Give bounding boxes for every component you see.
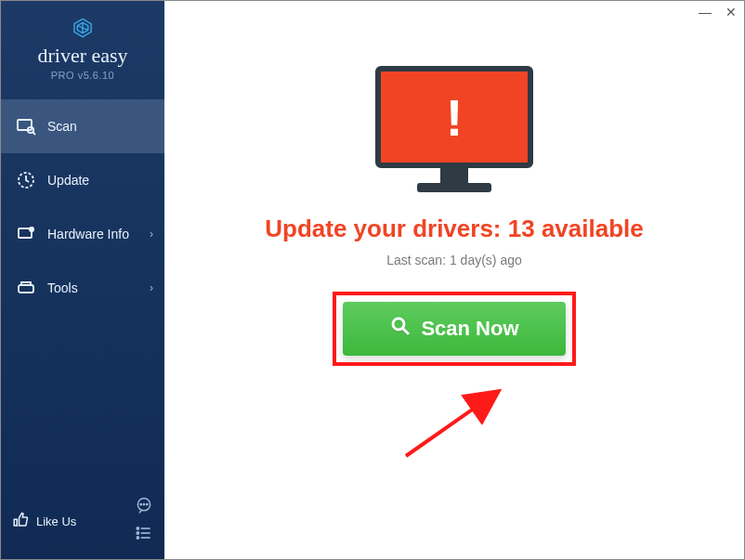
svg-point-13 [147,504,148,505]
sidebar-item-scan[interactable]: Scan [1,99,164,153]
update-icon [16,170,36,190]
scan-icon [16,116,36,137]
brand-block: driver easy PRO v5.6.10 [1,1,164,90]
svg-point-20 [393,319,404,330]
sidebar-item-label: Hardware Info [47,227,129,241]
svg-point-18 [137,537,138,539]
feedback-icon[interactable] [135,496,153,518]
exclamation-icon: ! [446,87,464,148]
monitor-base [417,183,491,192]
sidebar-item-label: Tools [47,280,78,295]
sidebar-item-tools[interactable]: Tools › [1,261,164,315]
svg-text:i: i [31,227,32,232]
search-icon [389,315,412,343]
tools-icon [16,278,36,298]
svg-line-22 [406,391,499,456]
footer-icons [135,496,153,546]
chevron-right-icon: › [150,281,153,294]
hardware-icon: i [16,224,36,244]
svg-point-12 [143,504,144,505]
main-panel: ! Update your drivers: 13 available Last… [164,1,744,559]
monitor-screen: ! [375,66,533,168]
last-scan-text: Last scan: 1 day(s) ago [386,253,522,267]
svg-rect-2 [18,120,32,130]
svg-rect-9 [19,285,33,293]
svg-point-14 [137,527,138,529]
scan-now-label: Scan Now [421,317,518,341]
sidebar-nav: Scan Update i [1,99,164,315]
svg-line-21 [403,329,409,334]
svg-point-16 [137,532,138,534]
scan-now-button[interactable]: Scan Now [343,302,566,356]
annotation-arrow [387,382,536,475]
brand-version: PRO v5.6.10 [51,70,114,81]
alert-monitor-graphic: ! [375,66,533,192]
sidebar-item-hardware-info[interactable]: i Hardware Info › [1,207,164,261]
chevron-right-icon: › [150,228,153,241]
brand-name: driver easy [37,44,127,68]
brand-logo-icon [72,18,93,38]
scan-highlight-box: Scan Now [333,292,576,366]
headline-text: Update your drivers: 13 available [265,215,644,243]
like-us-button[interactable]: Like Us [12,512,76,531]
sidebar-item-label: Scan [47,119,77,134]
svg-line-4 [33,132,35,135]
svg-point-11 [140,504,141,505]
sidebar-item-update[interactable]: Update [1,153,164,207]
menu-list-icon[interactable] [135,524,153,546]
sidebar-footer: Like Us [1,487,164,559]
sidebar: driver easy PRO v5.6.10 Scan [1,1,164,559]
thumbs-up-icon [12,512,29,531]
like-us-label: Like Us [36,514,76,528]
app-window: — ✕ driver easy PRO v5.6.10 [0,0,745,560]
sidebar-item-label: Update [47,173,89,188]
